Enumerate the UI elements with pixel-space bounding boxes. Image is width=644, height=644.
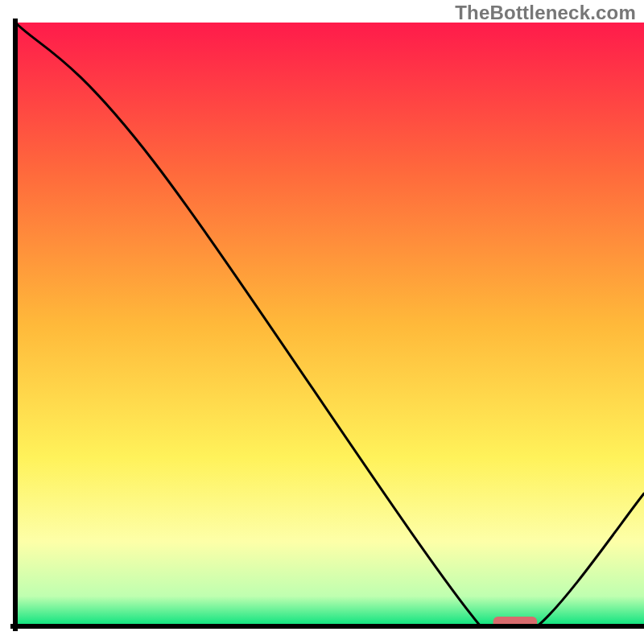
- gradient-background: [15, 23, 644, 626]
- plot-area: [15, 23, 644, 644]
- watermark-text: TheBottleneck.com: [455, 2, 636, 24]
- bottleneck-chart: [0, 0, 644, 644]
- chart-stage: TheBottleneck.com: [0, 0, 644, 644]
